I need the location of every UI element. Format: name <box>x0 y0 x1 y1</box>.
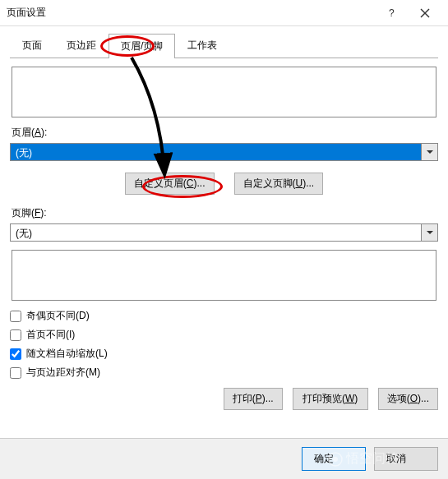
footer-label: 页脚(F): <box>12 206 438 220</box>
title-bar: 页面设置 ? <box>0 0 448 26</box>
help-button[interactable]: ? <box>376 0 409 26</box>
footer-preview <box>12 250 436 301</box>
checkbox-odd-even[interactable]: 奇偶页不同(D) <box>10 309 438 323</box>
checkbox-first-page-input[interactable] <box>10 329 21 341</box>
tab-sheet[interactable]: 工作表 <box>175 33 229 58</box>
tab-header-footer[interactable]: 页眉/页脚 <box>109 34 175 58</box>
tab-strip: 页面 页边距 页眉/页脚 工作表 <box>10 33 438 58</box>
custom-footer-button[interactable]: 自定义页脚(U)... <box>234 173 324 195</box>
footer-dropdown-value: (无) <box>11 224 421 241</box>
header-dropdown[interactable]: (无) <box>10 143 438 161</box>
footer-dropdown[interactable]: (无) <box>10 223 438 242</box>
svg-text:?: ? <box>389 8 395 18</box>
header-label: 页眉(A): <box>12 126 438 140</box>
dialog-footer: 确定 取消 <box>0 438 448 479</box>
cancel-button[interactable]: 取消 <box>374 447 438 471</box>
header-dropdown-value: (无) <box>11 144 421 160</box>
dialog-title: 页面设置 <box>7 6 376 20</box>
tab-page[interactable]: 页面 <box>10 33 54 58</box>
checkbox-align-margin-input[interactable] <box>10 367 21 379</box>
chevron-down-icon[interactable] <box>421 224 437 241</box>
header-preview <box>12 67 436 117</box>
checkbox-first-page[interactable]: 首页不同(I) <box>10 328 438 342</box>
options-button[interactable]: 选项(O)... <box>378 388 438 410</box>
checkbox-odd-even-input[interactable] <box>10 311 21 322</box>
checkbox-scale[interactable]: 随文档自动缩放(L) <box>10 347 438 361</box>
ok-button[interactable]: 确定 <box>302 447 366 471</box>
tab-margin[interactable]: 页边距 <box>54 33 109 58</box>
print-button[interactable]: 打印(P)... <box>224 388 283 410</box>
close-button[interactable] <box>409 0 441 26</box>
print-preview-button[interactable]: 打印预览(W) <box>293 388 368 410</box>
custom-header-button[interactable]: 自定义页眉(C)... <box>125 173 215 195</box>
checkbox-scale-input[interactable] <box>10 348 21 360</box>
checkbox-align-margin[interactable]: 与页边距对齐(M) <box>10 366 438 380</box>
chevron-down-icon[interactable] <box>421 144 437 160</box>
